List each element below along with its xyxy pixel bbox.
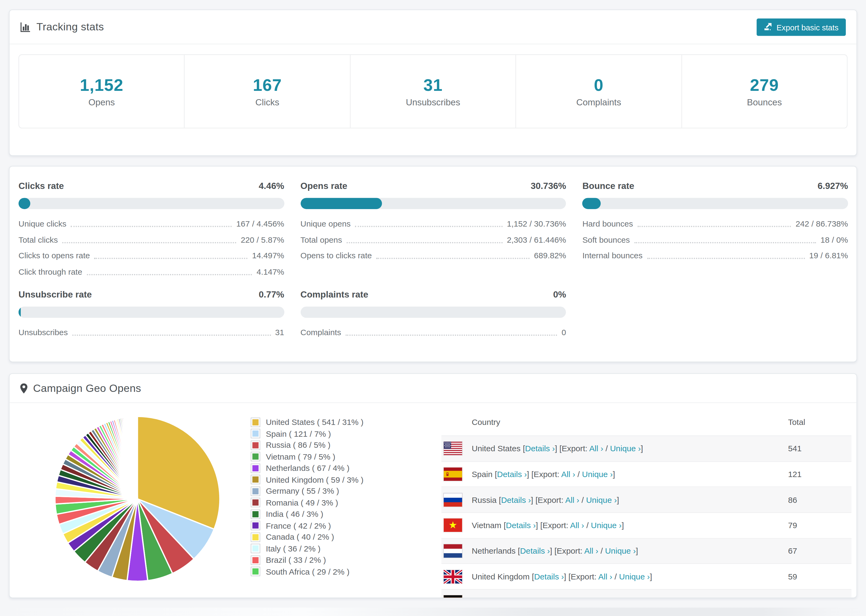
export-all-link[interactable]: All › [565,495,579,504]
details-link[interactable]: Details › [520,547,550,556]
export-all-link[interactable]: All › [570,521,584,530]
legend-label: Brazil ( 33 / 2% ) [266,556,326,564]
rate-block-bounce-rate: Bounce rate 6.927% Hard bounces 242 / 86… [582,181,848,280]
rate-row-value: 1,152 / 30.736% [507,219,566,228]
rate-value: 0% [553,290,566,300]
export-unique-link[interactable]: Unique › [586,495,617,504]
rate-row-value: 14.497% [252,251,284,260]
dotted-leader [72,335,271,336]
country-name: Spain [472,470,493,479]
stat-opens: 1,152 Opens [19,55,185,128]
legend-item-canada: Canada ( 40 / 2% ) [251,531,363,543]
export-all-link[interactable]: All › [561,470,575,479]
legend-label: United States ( 541 / 31% ) [266,418,364,426]
rate-row: Internal bounces 19 / 6.81% [582,248,848,264]
rate-title: Opens rate [301,181,347,191]
table-row-spain: Spain [Details ›] [Export: All › / Uniqu… [441,462,852,487]
legend-item-india: India ( 46 / 3% ) [251,509,363,520]
export-unique-link[interactable]: Unique › [582,470,612,479]
rate-row: Total opens 2,303 / 61.446% [301,232,566,248]
details-link[interactable]: Details › [534,572,564,581]
details-link[interactable]: Details › [497,470,527,479]
export-unique-link[interactable]: Unique › [591,521,622,530]
summary-stats: 1,152 Opens 167 Clicks 31 Unsubscribes 0… [19,54,847,128]
rate-row-value: 242 / 86.738% [795,219,848,228]
rate-value: 6.927% [817,181,848,191]
legend-item-brazil: Brazil ( 33 / 2% ) [251,555,363,566]
rates-grid: Clicks rate 4.46% Unique clicks 167 / 4.… [9,167,856,341]
rate-block-clicks-rate: Clicks rate 4.46% Unique clicks 167 / 4.… [19,181,284,280]
export-basic-stats-button[interactable]: Export basic stats [756,19,846,36]
tracking-stats-page: Tracking stats Export basic stats 1,152 … [0,0,866,616]
pie-legend: United States ( 541 / 31% ) Spain ( 121 … [251,416,363,578]
dotted-leader [638,226,791,227]
export-all-link[interactable]: All › [574,598,588,598]
table-row-russia: Russia [Details ›] [Export: All › / Uniq… [441,487,852,513]
rate-row-value: 2,303 / 61.446% [507,235,566,244]
legend-swatch [251,475,260,484]
dotted-leader [94,258,247,259]
geo-title: Campaign Geo Opens [33,382,141,394]
dotted-leader [71,226,232,227]
rate-title: Clicks rate [19,181,64,191]
page-bottom-shadow [0,608,866,616]
export-unique-link[interactable]: Unique › [605,547,636,556]
rate-row-value: 31 [275,328,284,337]
stat-value: 279 [750,75,779,94]
table-row-vietnam: Vietnam [Details ›] [Export: All › / Uni… [441,513,852,538]
progress-bar [19,306,284,318]
geo-table: Country Total United States [Details ›] … [441,409,852,598]
country-total: 67 [788,547,852,556]
rate-row: Complaints 0 [301,325,566,341]
flag-united-states-icon [444,442,462,455]
export-unique-link[interactable]: Unique › [610,444,641,453]
rate-row-value: 689.82% [534,251,566,260]
legend-swatch [251,464,260,473]
geo-header: Campaign Geo Opens [9,374,856,403]
progress-bar [19,198,284,209]
rate-row: Soft bounces 18 / 0% [582,232,848,248]
stat-unsubscribes: 31 Unsubscribes [350,55,516,128]
progress-bar [301,198,566,209]
rate-value: 0.77% [259,290,284,300]
dotted-leader [635,242,816,243]
legend-label: India ( 46 / 3% ) [266,509,323,519]
country-total: 541 [788,444,852,453]
export-all-link[interactable]: All › [598,572,612,581]
legend-swatch [251,429,260,438]
dotted-leader [346,335,557,336]
legend-swatch [251,417,260,427]
export-unique-link[interactable]: Unique › [619,572,650,581]
details-link[interactable]: Details › [501,495,531,504]
country-name: United Kingdom [472,572,529,581]
stat-bounces: 279 Bounces [682,55,847,128]
legend-label: France ( 42 / 2% ) [266,521,331,530]
export-icon [764,22,772,32]
country-name: Vietnam [472,521,501,530]
campaign-geo-opens-card: Campaign Geo Opens United States ( 541 /… [9,373,857,598]
legend-label: Canada ( 40 / 2% ) [266,533,334,542]
stat-label: Complaints [576,97,621,107]
table-row-united-kingdom: United Kingdom [Details ›] [Export: All … [441,564,852,590]
dotted-leader [647,258,805,259]
stat-label: Bounces [747,97,782,107]
export-all-link[interactable]: All › [589,444,603,453]
details-link[interactable]: Details › [525,444,555,453]
country-name: Russia [472,495,496,504]
legend-label: Netherlands ( 67 / 4% ) [266,464,350,473]
rate-row: Unique clicks 167 / 4.456% [19,216,284,232]
bar-chart-icon [20,22,31,32]
details-link[interactable]: Details › [510,598,540,598]
legend-label: Russia ( 86 / 5% ) [266,441,331,449]
details-link[interactable]: Details › [506,521,536,530]
legend-label: Vietnam ( 79 / 5% ) [266,452,335,461]
export-unique-link[interactable]: Unique › [595,598,625,598]
geo-pie-chart[interactable] [53,414,222,583]
legend-item-germany: Germany ( 55 / 3% ) [251,486,363,497]
legend-item-russia: Russia ( 86 / 5% ) [251,439,363,451]
flag-vietnam-icon [444,519,462,532]
rate-row-value: 220 / 5.87% [241,235,284,244]
rate-row-value: 18 / 0% [820,235,848,244]
export-all-link[interactable]: All › [584,547,598,556]
stat-value: 31 [423,75,443,94]
